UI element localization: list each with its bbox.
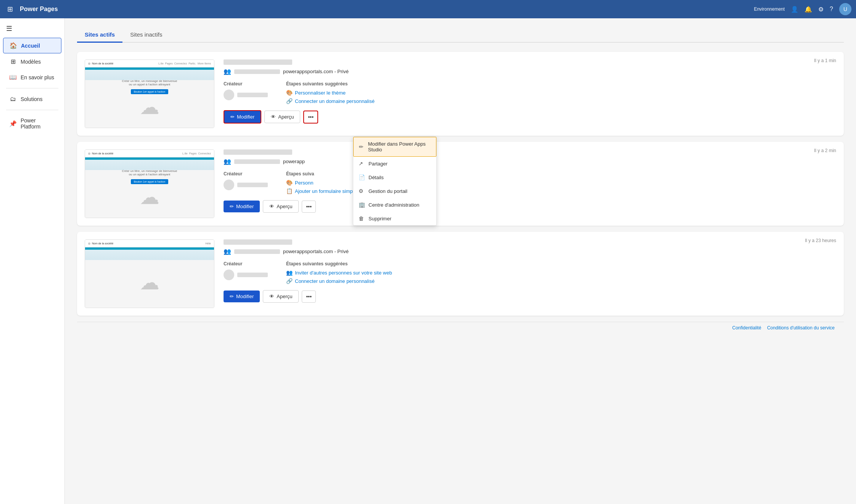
- site-title-blur-3: [224, 239, 292, 245]
- more-button-1[interactable]: •••: [303, 111, 318, 124]
- next-steps-section-3: Étapes suivantes suggérées 👥 Inviter d'a…: [286, 261, 392, 284]
- dropdown-item-label: Détails: [368, 175, 384, 180]
- site-meta-1: Créateur Étapes suivantes suggérées 🎨 Pe…: [224, 81, 836, 104]
- dropdown-item-modifier-studio[interactable]: ✏ Modifier dans Power Apps Studio: [353, 137, 436, 157]
- dropdown-item-partager[interactable]: ↗ Partager: [353, 157, 436, 170]
- portal-mgmt-icon: ⚙: [359, 188, 365, 194]
- privacy-link[interactable]: Confidentialité: [732, 325, 761, 331]
- dropdown-item-admin[interactable]: 🏢 Centre d'administration: [353, 198, 436, 212]
- person-env-icon[interactable]: 👤: [791, 6, 798, 13]
- next-step-1-1[interactable]: 🔗 Connecter un domaine personnalisé: [286, 98, 375, 104]
- creator-label-1: Créateur: [224, 81, 268, 87]
- sidebar-item-power-platform[interactable]: 📌 Power Platform: [3, 114, 61, 133]
- site-title-row-2: [224, 149, 836, 155]
- more-button-3[interactable]: •••: [302, 291, 316, 303]
- footer: Confidentialité Conditions d'utilisation…: [77, 322, 844, 334]
- edit-icon-2: ✏: [230, 204, 234, 209]
- modify-label-3: Modifier: [236, 294, 254, 299]
- sidebar-item-modeles[interactable]: ⊞ Modèles: [3, 54, 61, 69]
- next-steps-list-2: 🎨 Personn 📋 Ajouter un formulaire simple: [286, 180, 357, 194]
- preview-button-1[interactable]: 👁 Aperçu: [264, 111, 300, 123]
- url-blur: [234, 69, 280, 74]
- tabs-bar: Sites actifs Sites inactifs: [77, 27, 844, 43]
- sidebar-item-en-savoir-plus[interactable]: 📖 En savoir plus: [3, 70, 61, 85]
- more-button-2[interactable]: •••: [302, 201, 316, 213]
- creator-name-blur-2: [237, 183, 268, 187]
- next-step-text: Personnaliser le thème: [295, 90, 346, 96]
- next-step-text-3-0: Inviter d'autres personnes sur votre sit…: [295, 270, 392, 276]
- creator-row-1: [224, 90, 268, 100]
- site-info-1: Il y a 1 min 👥 powerappsportals.com - Pr…: [224, 59, 836, 128]
- users-icon-3: 👥: [224, 248, 231, 255]
- preview-button-2[interactable]: 👁 Aperçu: [263, 200, 299, 213]
- site-actions-1: ✏ Modifier 👁 Aperçu •••: [224, 110, 836, 124]
- link-icon: 🔗: [286, 98, 293, 104]
- site-title-row-1: [224, 59, 836, 65]
- user-avatar[interactable]: U: [839, 3, 851, 15]
- site-preview-3: Nom de la société Héte ☁: [85, 239, 214, 308]
- dropdown-item-details[interactable]: 📄 Détails: [353, 170, 436, 184]
- site-meta-2: Créateur Étapes suiva 🎨 Personn: [224, 171, 836, 194]
- creator-label-3: Créateur: [224, 261, 268, 266]
- next-steps-section-1: Étapes suivantes suggérées 🎨 Personnalis…: [286, 81, 375, 104]
- site-actions-3: ✏ Modifier 👁 Aperçu •••: [224, 290, 836, 303]
- theme-icon: 🎨: [286, 90, 293, 96]
- site-url-row-2: 👥 powerapp: [224, 158, 836, 165]
- next-step-text: Connecter un domaine personnalisé: [295, 98, 375, 104]
- next-step-text-2-1: Ajouter un formulaire simple: [295, 188, 357, 194]
- delete-icon: 🗑: [359, 215, 365, 222]
- sidebar-item-label: Modèles: [21, 59, 41, 65]
- next-step-1-0[interactable]: 🎨 Personnaliser le thème: [286, 90, 375, 96]
- creator-row-3: [224, 270, 268, 280]
- next-step-3-0[interactable]: 👥 Inviter d'autres personnes sur votre s…: [286, 270, 392, 276]
- site-info-2: Il y a 2 min 👥 powerapp Créateur: [224, 149, 836, 218]
- gear-icon[interactable]: ⚙: [818, 6, 824, 13]
- site-info-3: Il y a 23 heures 👥 powerappsportals.com …: [224, 239, 836, 308]
- creator-avatar-3: [224, 270, 234, 280]
- dropdown-item-label: Supprimer: [368, 216, 391, 222]
- creator-name-blur-1: [237, 93, 268, 97]
- sidebar-item-solutions[interactable]: 🗂 Solutions: [3, 92, 61, 106]
- preview-label-3: Aperçu: [277, 294, 292, 299]
- preview-label-2: Aperçu: [277, 204, 292, 209]
- main-content: Sites actifs Sites inactifs Nom de la so…: [65, 18, 856, 504]
- edit-icon-3: ✏: [230, 294, 234, 299]
- dropdown-item-supprimer[interactable]: 🗑 Supprimer: [353, 212, 436, 225]
- layout: ☰ 🏠 Accueil ⊞ Modèles 📖 En savoir plus 🗂…: [0, 18, 856, 504]
- site-url-text-1: powerappsportals.com - Privé: [283, 69, 349, 74]
- site-preview-1: Nom de la société L.ttePagesConnectezPar…: [85, 59, 214, 128]
- preview-button-3[interactable]: 👁 Aperçu: [263, 290, 299, 303]
- form-icon: 📋: [286, 188, 293, 194]
- modify-button-2[interactable]: ✏ Modifier: [224, 201, 260, 212]
- environment-label: Environnement: [754, 6, 785, 12]
- sidebar: ☰ 🏠 Accueil ⊞ Modèles 📖 En savoir plus 🗂…: [0, 18, 65, 504]
- next-step-2-1[interactable]: 📋 Ajouter un formulaire simple: [286, 188, 357, 194]
- next-step-text-2-0: Personn: [295, 180, 313, 186]
- waffle-icon[interactable]: ⊞: [5, 4, 15, 14]
- sidebar-item-accueil[interactable]: 🏠 Accueil: [3, 38, 61, 53]
- eye-icon-3: 👁: [269, 294, 274, 299]
- terms-link[interactable]: Conditions d'utilisation du service: [767, 325, 835, 331]
- sidebar-item-label: Power Platform: [21, 117, 55, 130]
- eye-icon: 👁: [271, 114, 276, 120]
- dropdown-item-gestion[interactable]: ⚙ Gestion du portail: [353, 184, 436, 198]
- grid-icon: ⊞: [9, 58, 17, 65]
- edit-icon: ✏: [230, 114, 235, 120]
- tab-sites-actifs[interactable]: Sites actifs: [77, 27, 122, 43]
- modify-button-3[interactable]: ✏ Modifier: [224, 291, 260, 302]
- site-title-row-3: [224, 239, 836, 245]
- preview-label-1: Aperçu: [278, 114, 294, 120]
- hamburger-icon[interactable]: ☰: [0, 21, 64, 37]
- sidebar-divider-2: [6, 110, 58, 110]
- bell-icon[interactable]: 🔔: [805, 6, 812, 13]
- modify-button-1[interactable]: ✏ Modifier: [224, 110, 261, 124]
- help-icon[interactable]: ?: [830, 6, 833, 13]
- url-blur-2: [234, 159, 280, 164]
- site-card-1: Nom de la société L.ttePagesConnectezPar…: [77, 52, 844, 136]
- next-step-3-1[interactable]: 🔗 Connecter un domaine personnalisé: [286, 278, 392, 284]
- tab-sites-inactifs[interactable]: Sites inactifs: [122, 27, 170, 43]
- next-steps-label-3: Étapes suivantes suggérées: [286, 261, 392, 266]
- next-step-2-0[interactable]: 🎨 Personn: [286, 180, 357, 186]
- dropdown-item-label: Gestion du portail: [368, 188, 407, 194]
- dropdown-item-label: Centre d'administration: [368, 202, 419, 208]
